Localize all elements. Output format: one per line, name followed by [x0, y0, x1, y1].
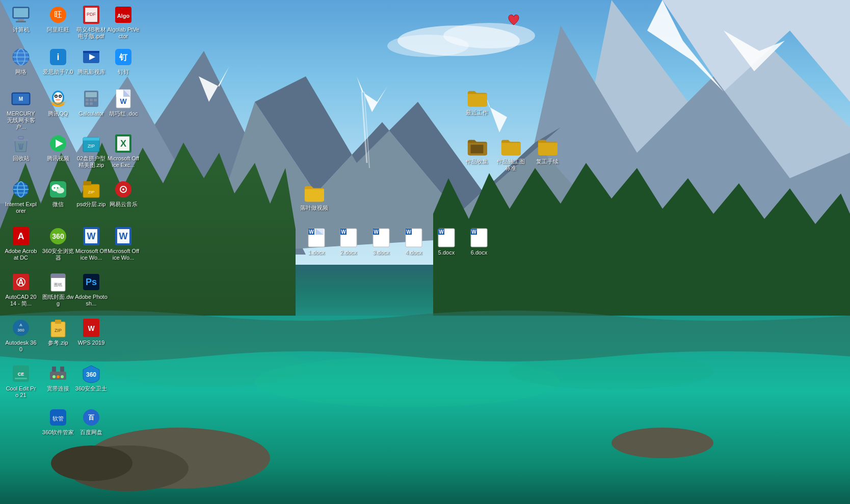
svg-point-75	[57, 187, 59, 189]
icon-tutupic[interactable]: 图纸 图纸封面.dwg	[40, 270, 76, 309]
icon-wechat-label: 微信	[52, 201, 64, 208]
icon-computer-label: 计算机	[13, 26, 30, 33]
icon-doc6[interactable]: W 6.docx	[461, 226, 497, 258]
icon-wyymusic-label: 网易云音乐	[110, 201, 138, 208]
svg-rect-86	[60, 367, 64, 372]
icon-ms-word2-label: Microsoft Office Wo...	[107, 248, 140, 261]
icon-recycle[interactable]: 回收站	[3, 131, 39, 164]
desktop-icons-container: 计算机 网络 M MERCURY无线网卡客户... 回收站 Internet E…	[0, 0, 850, 504]
icon-calculator-label: Calculator	[78, 110, 104, 117]
svg-rect-31	[16, 21, 26, 22]
icon-02pan[interactable]: ZIP 02盘拼户型精美图.zip	[73, 131, 110, 171]
icon-ie-label: Internet Explorer	[5, 201, 37, 214]
svg-rect-40	[14, 139, 28, 141]
icon-recycle-label: 回收站	[13, 155, 30, 162]
svg-rect-57	[15, 378, 27, 379]
icon-wps-label: WPS 2019	[78, 340, 105, 346]
icon-qq[interactable]: 腾讯QQ	[40, 87, 76, 119]
icon-qq-label: 腾讯QQ	[48, 110, 68, 117]
icon-broadband-label: 宽带连接	[47, 385, 69, 392]
icon-aliwang[interactable]: 旺 阿里旺旺	[40, 3, 76, 35]
icon-folder-zuijin[interactable]: 最近工作	[459, 86, 495, 118]
icon-calculator[interactable]: Calculator	[73, 87, 110, 119]
icon-algolab-label: Algolab PtVector	[107, 26, 140, 40]
icon-folder-luoye[interactable]: 落叶做视频	[296, 181, 332, 213]
svg-point-88	[57, 375, 60, 378]
svg-point-67	[60, 96, 61, 97]
icon-360ruanjian-label: 360软件管家	[42, 429, 74, 436]
svg-text:Algo: Algo	[117, 13, 130, 19]
icon-baidupan-label: 百度网盘	[80, 429, 102, 436]
svg-text:i: i	[57, 52, 59, 62]
icon-ms-excel[interactable]: X Microsoft Office Exc...	[105, 131, 142, 171]
icon-autocad-label: AutoCAD 2014 - 简...	[5, 294, 37, 307]
icon-aisi-label: 爱思助手7.0	[43, 69, 73, 75]
svg-text:W: W	[374, 229, 379, 235]
icon-doc3[interactable]: W 3.docx	[363, 226, 400, 258]
svg-rect-95	[83, 51, 99, 53]
svg-rect-82	[55, 320, 61, 324]
icon-hujqhong[interactable]: W 胡巧红 .doc	[105, 87, 142, 119]
icon-ms-word[interactable]: W Microsoft Office Wo...	[73, 224, 110, 263]
svg-point-87	[52, 375, 56, 378]
icon-folder-luoye-label: 落叶做视频	[300, 205, 328, 211]
icon-autocad[interactable]: A AutoCAD 2014 - 简...	[3, 270, 39, 309]
icon-doc2[interactable]: W 2.docx	[330, 226, 367, 258]
icon-cool-edit-label: Cool Edit Pro 21	[5, 385, 37, 399]
svg-rect-101	[86, 102, 89, 105]
svg-rect-103	[94, 102, 97, 105]
icon-ms-word2[interactable]: W Microsoft Office Wo...	[105, 224, 142, 263]
svg-text:360: 360	[86, 371, 96, 378]
icon-doc4[interactable]: W 4.docx	[395, 226, 432, 258]
icon-wyymusic[interactable]: 网易云音乐	[105, 177, 142, 210]
icon-folder-fuzu[interactable]: 复工手续	[529, 134, 566, 167]
icon-360ruanjian[interactable]: 软管 360软件管家	[40, 405, 76, 438]
icon-algolab[interactable]: Algo Algolab PtVector	[105, 3, 142, 42]
icon-folder-fuzu-label: 复工手续	[536, 158, 559, 165]
icon-adobe-acrobat[interactable]: A Adobe Acrobat DC	[3, 224, 39, 263]
icon-folder-zuopin-label: 作品收集	[466, 158, 488, 165]
icon-cankao[interactable]: ZIP 参考.zip	[40, 316, 76, 348]
svg-text:软管: 软管	[52, 415, 64, 422]
icon-folder-zhizuo[interactable]: 作品施工图标准	[492, 134, 529, 174]
icon-tencent-video-label: 腾讯视频	[47, 155, 69, 162]
icon-doc4-label: 4.docx	[406, 249, 422, 256]
icon-broadband[interactable]: 宽带连接	[40, 361, 76, 394]
svg-text:CE: CE	[18, 372, 24, 377]
icon-baidupan[interactable]: 百 百度网盘	[73, 405, 110, 438]
icon-network[interactable]: 网络	[3, 45, 39, 77]
icon-tencent-video[interactable]: 腾讯视频	[40, 131, 76, 164]
svg-text:Ps: Ps	[86, 277, 97, 287]
icon-doc5[interactable]: W 5.docx	[428, 226, 465, 258]
icon-aisi[interactable]: i 爱思助手7.0	[40, 45, 76, 77]
icon-photoshop[interactable]: Ps Adobe Photosh...	[73, 270, 110, 309]
icon-wps[interactable]: W WPS 2019	[73, 316, 110, 348]
svg-text:A: A	[18, 231, 24, 241]
icon-360security[interactable]: 360 360安全卫士	[73, 361, 110, 394]
icon-meng4b[interactable]: PDF 萌义4B教材电子版.pdf	[73, 3, 110, 42]
icon-doc2-label: 2.docx	[340, 249, 357, 256]
icon-dingding[interactable]: 钉 钉钉	[105, 45, 142, 77]
icon-doc1[interactable]: W 1.docx	[298, 226, 335, 258]
svg-point-66	[56, 96, 57, 97]
svg-text:W: W	[341, 229, 346, 235]
icon-tencent-movie[interactable]: 腾讯影视库	[73, 45, 110, 77]
icon-psd-fenzu[interactable]: ZIP psd分层.zip	[73, 177, 110, 210]
svg-point-133	[122, 188, 124, 190]
svg-point-68	[56, 99, 61, 101]
icon-cool-edit[interactable]: CE Cool Edit Pro 21	[3, 361, 39, 401]
svg-rect-100	[94, 99, 97, 101]
svg-rect-85	[52, 367, 56, 372]
icon-mercury[interactable]: M MERCURY无线网卡客户...	[3, 87, 39, 133]
svg-text:W: W	[406, 229, 411, 235]
svg-text:图纸: 图纸	[54, 283, 62, 287]
icon-02pan-label: 02盘拼户型精美图.zip	[75, 155, 108, 169]
icon-autodesk360[interactable]: A360 Autodesk 360	[3, 316, 39, 355]
icon-computer[interactable]: 计算机	[3, 3, 39, 35]
icon-folder-zuopin[interactable]: 作品收集	[459, 134, 495, 167]
svg-text:百: 百	[88, 414, 95, 421]
icon-wechat[interactable]: 微信	[40, 177, 76, 210]
svg-rect-109	[83, 181, 91, 185]
icon-ie[interactable]: Internet Explorer	[3, 177, 39, 216]
icon-360browser[interactable]: 360 360安全浏览器	[40, 224, 76, 263]
